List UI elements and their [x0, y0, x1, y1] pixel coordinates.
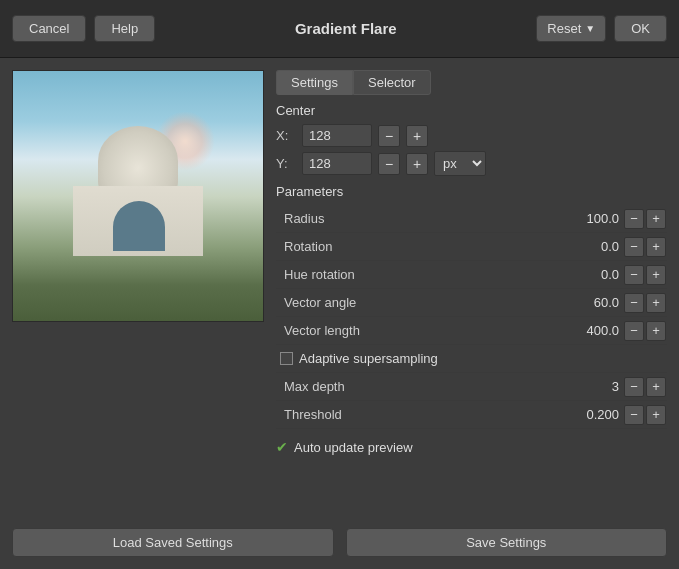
ok-button[interactable]: OK	[614, 15, 667, 42]
y-axis-label: Y:	[276, 156, 296, 171]
tabs: Settings Selector	[276, 70, 667, 95]
preview-image	[13, 71, 264, 322]
vector-length-minus-button[interactable]: −	[624, 321, 644, 341]
vector-length-name: Vector length	[276, 323, 568, 338]
auto-update-row: ✔ Auto update preview	[276, 439, 667, 455]
unit-select-input[interactable]: px % mm	[435, 152, 485, 175]
checkmark-icon: ✔	[276, 439, 288, 455]
threshold-name: Threshold	[276, 407, 568, 422]
x-input[interactable]	[302, 124, 372, 147]
main-content: Settings Selector Center X: − + Y: − +	[0, 58, 679, 569]
vector-angle-row: Vector angle 60.0 − +	[276, 289, 667, 317]
tab-selector[interactable]: Selector	[353, 70, 431, 95]
hue-rotation-minus-button[interactable]: −	[624, 265, 644, 285]
rotation-plus-button[interactable]: +	[646, 237, 666, 257]
taj-arch	[113, 201, 165, 251]
image-preview	[12, 70, 264, 322]
y-minus-button[interactable]: −	[378, 153, 400, 175]
save-settings-button[interactable]: Save Settings	[346, 528, 668, 557]
y-row: Y: − + px % mm	[276, 151, 667, 176]
cancel-button[interactable]: Cancel	[12, 15, 86, 42]
hue-rotation-plus-button[interactable]: +	[646, 265, 666, 285]
vector-angle-value: 60.0	[568, 295, 623, 310]
bottom-bar: Load Saved Settings Save Settings	[12, 528, 667, 557]
parameters-label: Parameters	[276, 184, 667, 199]
hue-rotation-row: Hue rotation 0.0 − +	[276, 261, 667, 289]
vector-length-row: Vector length 400.0 − +	[276, 317, 667, 345]
rotation-value: 0.0	[568, 239, 623, 254]
x-plus-button[interactable]: +	[406, 125, 428, 147]
vector-angle-plus-button[interactable]: +	[646, 293, 666, 313]
rotation-minus-button[interactable]: −	[624, 237, 644, 257]
threshold-plus-button[interactable]: +	[646, 405, 666, 425]
reset-label: Reset	[547, 21, 581, 36]
tab-settings[interactable]: Settings	[276, 70, 353, 95]
y-input[interactable]	[302, 152, 372, 175]
radius-plus-button[interactable]: +	[646, 209, 666, 229]
max-depth-minus-button[interactable]: −	[624, 377, 644, 397]
unit-selector[interactable]: px % mm	[434, 151, 486, 176]
radius-row: Radius 100.0 − +	[276, 205, 667, 233]
max-depth-value: 3	[568, 379, 623, 394]
x-row: X: − +	[276, 124, 667, 147]
adaptive-label: Adaptive supersampling	[299, 351, 438, 366]
rotation-name: Rotation	[276, 239, 568, 254]
threshold-row: Threshold 0.200 − +	[276, 401, 667, 429]
vector-angle-minus-button[interactable]: −	[624, 293, 644, 313]
top-bar: Cancel Help Gradient Flare Reset ▼ OK	[0, 0, 679, 58]
radius-value: 100.0	[568, 211, 623, 226]
dialog-title: Gradient Flare	[295, 20, 397, 37]
rotation-row: Rotation 0.0 − +	[276, 233, 667, 261]
max-depth-row: Max depth 3 − +	[276, 373, 667, 401]
hue-rotation-name: Hue rotation	[276, 267, 568, 282]
x-minus-button[interactable]: −	[378, 125, 400, 147]
max-depth-name: Max depth	[276, 379, 568, 394]
y-plus-button[interactable]: +	[406, 153, 428, 175]
reset-button[interactable]: Reset ▼	[536, 15, 606, 42]
center-section: Center X: − + Y: − + px % mm	[276, 103, 667, 180]
help-button[interactable]: Help	[94, 15, 155, 42]
vector-length-value: 400.0	[568, 323, 623, 338]
auto-update-label: Auto update preview	[294, 440, 413, 455]
adaptive-checkbox[interactable]	[280, 352, 293, 365]
center-label: Center	[276, 103, 667, 118]
chevron-down-icon: ▼	[585, 23, 595, 34]
top-bar-right: Reset ▼ OK	[536, 15, 667, 42]
threshold-minus-button[interactable]: −	[624, 405, 644, 425]
vector-length-plus-button[interactable]: +	[646, 321, 666, 341]
radius-minus-button[interactable]: −	[624, 209, 644, 229]
parameters-section: Parameters Radius 100.0 − + Rotation 0.0…	[276, 184, 667, 429]
radius-name: Radius	[276, 211, 568, 226]
right-panel: Settings Selector Center X: − + Y: − +	[276, 70, 667, 557]
top-bar-left: Cancel Help	[12, 15, 155, 42]
max-depth-plus-button[interactable]: +	[646, 377, 666, 397]
threshold-value: 0.200	[568, 407, 623, 422]
x-axis-label: X:	[276, 128, 296, 143]
hue-rotation-value: 0.0	[568, 267, 623, 282]
load-settings-button[interactable]: Load Saved Settings	[12, 528, 334, 557]
vector-angle-name: Vector angle	[276, 295, 568, 310]
adaptive-row: Adaptive supersampling	[276, 345, 667, 373]
